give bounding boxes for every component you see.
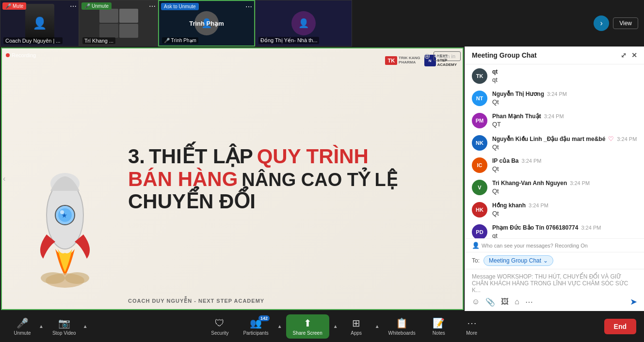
svg-point-6	[41, 272, 65, 284]
chat-input-area: Message WORKSHOP: THU HÚT, CHUYỂN ĐỔI VÀ…	[465, 269, 644, 311]
more-icon[interactable]: ⋯	[525, 297, 533, 307]
msg-text-pd: qt	[492, 232, 637, 238]
msg-name-ic: IP của Ba	[492, 157, 518, 164]
slide-ctrl-1[interactable]: ⊕	[424, 51, 430, 61]
msg-text-nk: Qt	[492, 143, 637, 151]
chat-to-badge[interactable]: Meeting Group Chat ⌄	[483, 255, 553, 266]
msg-name-nk: Nguyễn Kiều Linh _Đậu đậu mart me&bé	[492, 136, 605, 142]
image-icon[interactable]: 🖼	[501, 297, 509, 307]
logo-tk-text: TRIK KANGPHARMA	[399, 56, 420, 65]
slide-title-prefix: THIẾT LẬP	[149, 145, 253, 168]
slide-content: TK TRIK KANGPHARMA N NEXTSTEPACADEMY	[2, 48, 463, 309]
msg-content-nt: Nguyễn Thị Hương 3:24 PM Qt	[492, 91, 637, 106]
chat-message-nk: NK Nguyễn Kiều Linh _Đậu đậu mart me&bé …	[472, 135, 637, 151]
participants-chevron[interactable]: ▲	[277, 324, 282, 329]
dong-avatar: 👤	[291, 11, 316, 35]
nav-next-arrow[interactable]: ›	[594, 16, 609, 31]
notes-button[interactable]: 📝 Notes	[424, 315, 453, 338]
gif-icon[interactable]: ⌂	[515, 297, 519, 307]
slide-line2: BÁN HÀNG NÂNG CAO TỶ LỆ	[128, 168, 424, 190]
svg-text:★: ★	[62, 212, 67, 219]
view-area: › View	[352, 0, 644, 47]
chat-message-hk: HK Hồng khanh 3:24 PM Qt	[472, 202, 637, 218]
chat-messages: TK qt qt NT Nguyễn Thị Hương 3:24 PM Qt	[465, 64, 644, 238]
tile-menu-trinh[interactable]: ⋯	[245, 3, 252, 11]
chat-message-v: V Tri Khang-Van Anh Nguyen 3:24 PM Qt	[472, 180, 637, 195]
footer-info-text: Who can see your messages? Recording On	[482, 243, 588, 249]
unmute-badge-tri: 🎤 Unmute	[81, 2, 112, 10]
msg-content-tk: qt qt	[492, 68, 637, 83]
msg-content-nk: Nguyễn Kiều Linh _Đậu đậu mart me&bé ♡ 3…	[492, 135, 637, 151]
apps-chevron[interactable]: ▲	[375, 324, 380, 329]
view-button[interactable]: View	[613, 17, 638, 29]
chat-to-row: To: Meeting Group Chat ⌄	[465, 252, 644, 269]
participant-count-badge: 142	[258, 315, 270, 321]
share-screen-button[interactable]: ⬆ Share Screen	[286, 314, 329, 339]
whiteboards-button[interactable]: 📋 Whiteboards	[384, 315, 420, 338]
mute-badge-coach: 🎤 Mute	[2, 2, 26, 10]
more-button[interactable]: ⋯ More	[457, 315, 486, 338]
unmute-button[interactable]: 🎤 Unmute	[8, 315, 37, 338]
unmute-chevron[interactable]: ▲	[39, 324, 44, 329]
chat-message-pd: PD Phạm Đức Bảo Tín 0766180774 3:24 PM q…	[472, 224, 637, 238]
msg-time-hk: 3:24 PM	[529, 202, 548, 208]
toolbar-right: End	[604, 319, 636, 334]
msg-text-tk: qt	[492, 76, 637, 83]
participant-tile-dong[interactable]: 👤 Đồng Thị Yến- Nhà th...	[255, 0, 352, 47]
slide-side-arrow[interactable]: ‹	[3, 174, 5, 183]
msg-text-nt: Qt	[492, 98, 637, 106]
tile-menu-coach[interactable]: ⋯	[70, 2, 77, 10]
msg-text-hk: Qt	[492, 210, 637, 217]
participant-tile-coach[interactable]: 👤 🎤 Mute ⋯ Coach Duy Nguyên | ...	[0, 0, 79, 47]
chat-to-group: Meeting Group Chat	[489, 257, 541, 264]
participant-tile-trinh[interactable]: 👤 Ask to Unmute ⋯ Trình Phạm 🎤 Trình Phạ…	[158, 0, 255, 47]
file-icon[interactable]: 📎	[485, 297, 495, 307]
chat-message-nt: NT Nguyễn Thị Hương 3:24 PM Qt	[472, 91, 637, 106]
unmute-label: Unmute	[14, 330, 31, 336]
trinh-center-name: Trình Phạm	[189, 20, 224, 27]
dong-name: Đồng Thị Yến- Nhà th...	[258, 37, 319, 44]
slide-number: 3.	[128, 145, 145, 168]
end-button[interactable]: End	[604, 319, 636, 334]
send-button[interactable]: ➤	[630, 296, 637, 307]
emoji-icon[interactable]: ☺	[472, 297, 480, 307]
video-icon: 📷	[58, 317, 70, 329]
share-screen-chevron[interactable]: ▲	[333, 324, 338, 329]
chat-message-ic: IC IP của Ba 3:24 PM Qt	[472, 157, 637, 173]
apps-button[interactable]: ⊞ Apps	[342, 315, 371, 338]
to-label: To:	[472, 257, 480, 264]
msg-text-ic: Qt	[492, 165, 637, 172]
slide-title-red1: QUY TRÌNH	[257, 145, 369, 168]
security-button[interactable]: 🛡 Security	[205, 316, 234, 338]
whiteboards-label: Whiteboards	[388, 330, 416, 336]
participants-button[interactable]: 👥 142 Participants	[238, 315, 273, 338]
toolbar: 🎤 Unmute ▲ 📷 Stop Video ▲ 🛡 Security 👥 1…	[0, 311, 644, 342]
avatar-hk: HK	[472, 202, 487, 218]
msg-time-ic: 3:24 PM	[521, 158, 541, 164]
ask-unmute-badge: Ask to Unmute	[161, 3, 199, 10]
avatar-pm: PM	[472, 113, 487, 128]
slide-text-area: 3. THIẾT LẬP QUY TRÌNH BÁN HÀNG NÂNG CAO…	[128, 145, 424, 213]
tile-menu-tri[interactable]: ⋯	[149, 2, 156, 10]
participants-icon-wrap: 👥 142	[250, 317, 262, 329]
avatar-v: V	[472, 180, 487, 195]
chat-header-actions: ⤢ ✕	[621, 51, 637, 59]
slide-line1: 3. THIẾT LẬP QUY TRÌNH	[128, 145, 424, 168]
presentation-area: Recording ⊕ ↭ Sign in TK TRIK KANGPHARMA…	[1, 47, 464, 310]
chat-header: Meeting Group Chat ⤢ ✕	[465, 47, 644, 64]
share-screen-label: Share Screen	[293, 330, 322, 336]
participant-tile-tri[interactable]: 🎤 Unmute ⋯ Trí Khang ...	[79, 0, 158, 47]
whiteboards-icon: 📋	[396, 317, 408, 329]
msg-name-pm: Phan Mạnh Thuật	[492, 113, 541, 120]
chat-title: Meeting Group Chat	[472, 51, 537, 59]
logo-tk: TK	[385, 56, 397, 65]
stop-video-button[interactable]: 📷 Stop Video	[48, 315, 81, 338]
chat-close-icon[interactable]: ✕	[631, 51, 637, 59]
video-chevron[interactable]: ▲	[83, 324, 88, 329]
toolbar-left: 🎤 Unmute ▲ 📷 Stop Video ▲	[8, 315, 88, 338]
chat-expand-icon[interactable]: ⤢	[621, 51, 627, 59]
sign-in-button[interactable]: Sign in	[434, 51, 461, 61]
logo-tk-area: TK TRIK KANGPHARMA	[385, 56, 420, 65]
chat-input-text[interactable]: Message WORKSHOP: THU HÚT, CHUYỂN ĐỔI VÀ…	[472, 273, 637, 294]
chat-input-actions: ☺ 📎 🖼 ⌂ ⋯ ➤	[472, 296, 637, 307]
